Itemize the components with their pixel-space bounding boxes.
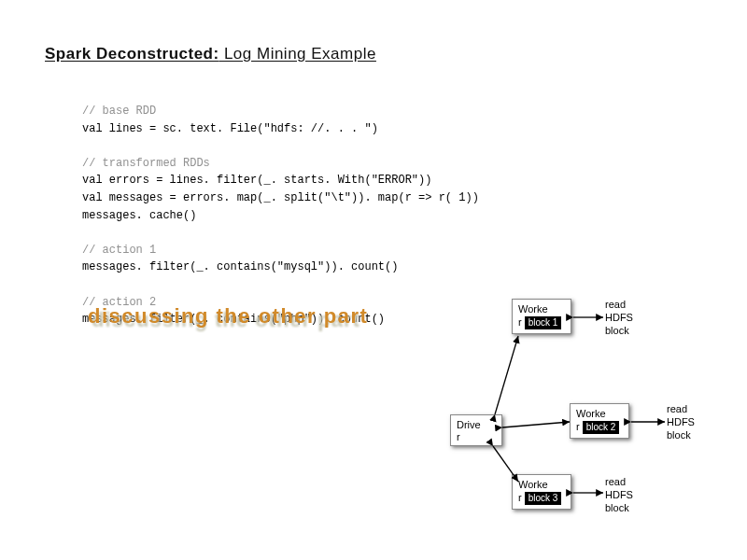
code-line-1: val lines = sc. text. File("hdfs: //. . … (82, 122, 378, 135)
code-comment-2: // transformed RDDs (82, 157, 210, 170)
overlay-text: discussing the other part (88, 304, 368, 329)
code-line-5: messages. filter(_. contains("mysql")). … (82, 260, 398, 273)
block-badge-1: block 1 (525, 316, 562, 329)
code-line-4: messages. cache() (82, 209, 196, 222)
read-label-3: read HDFS block (605, 476, 642, 514)
block-badge-3: block 3 (525, 492, 562, 505)
read-label-2: read HDFS block (667, 403, 704, 441)
worker-box-2: Worke r block 2 (570, 403, 629, 439)
driver-box: Drive r (450, 414, 502, 446)
svg-line-0 (495, 336, 518, 414)
code-line-2: val errors = lines. filter(_. starts. Wi… (82, 174, 431, 187)
read-label-1: read HDFS block (605, 299, 642, 337)
overlay-callout: discussing the other part discussing the… (82, 299, 428, 349)
code-block: // base RDD val lines = sc. text. File("… (82, 103, 479, 329)
code-comment-3: // action 1 (82, 244, 156, 257)
worker-box-3: Worke r block 3 (512, 474, 571, 510)
code-comment-1: // base RDD (82, 105, 156, 118)
title-rest: Log Mining Example (219, 45, 376, 63)
worker-box-1: Worke r block 1 (512, 299, 571, 334)
svg-line-1 (502, 422, 570, 427)
page-title: Spark Deconstructed: Log Mining Example (45, 45, 376, 63)
code-line-3: val messages = errors. map(_. split("\t"… (82, 191, 479, 204)
driver-label: Drive r (457, 419, 481, 442)
title-bold: Spark Deconstructed: (45, 45, 219, 63)
block-badge-2: block 2 (583, 421, 620, 434)
